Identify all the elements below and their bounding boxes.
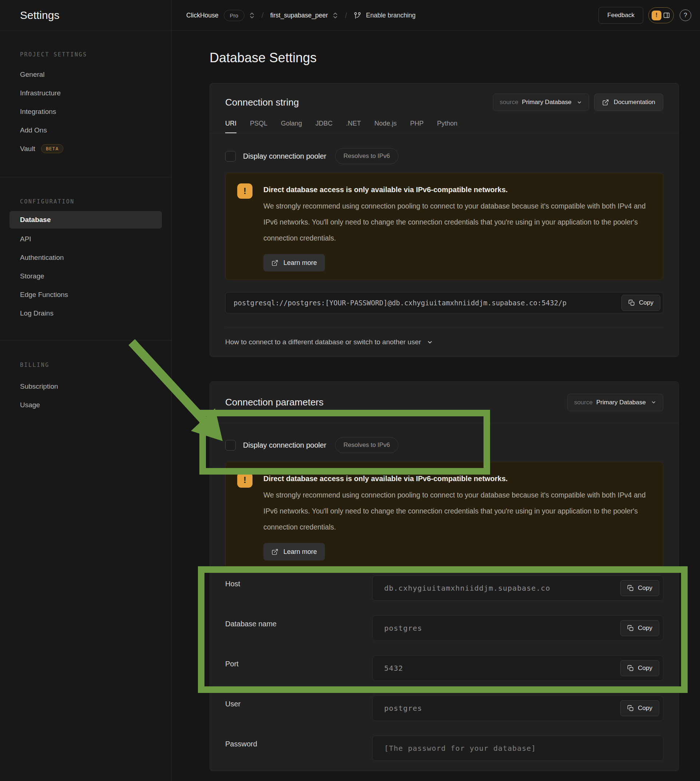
resolves-to-ipv6-badge: Resolves to IPv6: [335, 148, 398, 164]
external-link-icon: [272, 259, 278, 266]
warning-icon: !: [237, 184, 252, 199]
sidebar-item-storage[interactable]: Storage: [0, 267, 172, 285]
sidebar-item-database[interactable]: Database: [10, 211, 162, 229]
connection-parameters-card: Connection parameters source Primary Dat…: [210, 381, 679, 771]
breadcrumb-org[interactable]: ClickHouse: [186, 12, 219, 19]
connection-string-tabs: URI PSQL Golang JDBC .NET Node.js PHP Py…: [225, 120, 663, 133]
display-connection-pooler-checkbox[interactable]: [225, 151, 236, 162]
warning-title: Direct database access is only available…: [263, 471, 651, 486]
sidebar-item-general[interactable]: General: [0, 65, 172, 84]
panel-icon: [663, 11, 670, 19]
chevron-down-icon: [577, 100, 582, 105]
sidebar-item-integrations[interactable]: Integrations: [0, 102, 172, 121]
port-label: Port: [225, 656, 372, 681]
tab-python[interactable]: Python: [437, 120, 457, 133]
warning-title: Direct database access is only available…: [263, 182, 651, 197]
source-select[interactable]: source Primary Database: [567, 394, 663, 411]
param-row-port: Port 5432 Copy: [225, 656, 663, 681]
password-label: Password: [225, 736, 372, 761]
password-field[interactable]: [372, 736, 663, 761]
tab-dotnet[interactable]: .NET: [346, 120, 361, 133]
param-row-user: User postgres Copy: [225, 696, 663, 721]
warning-body: We strongly recommend using connection p…: [263, 487, 651, 535]
sidebar-title: Settings: [0, 0, 172, 31]
project-switcher-chevrons-icon[interactable]: [332, 12, 338, 19]
sidebar-item-subscription[interactable]: Subscription: [0, 377, 172, 396]
learn-more-button[interactable]: Learn more: [263, 254, 325, 272]
main-area: ClickHouse Pro / first_supabase_peer / E…: [172, 0, 700, 781]
user-value: postgres: [384, 704, 422, 713]
database-name-value: postgres: [384, 624, 422, 632]
app-root: Settings PROJECT SETTINGS General Infras…: [0, 0, 700, 781]
tab-jdbc[interactable]: JDBC: [315, 120, 333, 133]
sidebar-item-vault[interactable]: Vault BETA: [0, 139, 172, 158]
chevron-down-icon: [427, 339, 433, 345]
pooler-row: Display connection pooler Resolves to IP…: [225, 148, 663, 164]
sidebar-item-log-drains[interactable]: Log Drains: [0, 304, 172, 322]
top-bar: ClickHouse Pro / first_supabase_peer / E…: [172, 0, 700, 31]
ipv6-warning-banner: ! Direct database access is only availab…: [225, 173, 663, 280]
plan-badge: Pro: [224, 10, 245, 21]
tab-uri[interactable]: URI: [225, 120, 237, 133]
param-row-host: Host db.cxhygiuitamxhniiddjm.supabase.co…: [225, 576, 663, 601]
connection-string-header: Connection string source Primary Databas…: [210, 83, 678, 134]
resolves-to-ipv6-badge: Resolves to IPv6: [335, 437, 398, 453]
sidebar-item-infrastructure[interactable]: Infrastructure: [0, 84, 172, 102]
sidebar-item-usage[interactable]: Usage: [0, 396, 172, 414]
user-field[interactable]: postgres Copy: [372, 696, 663, 721]
copy-uri-button[interactable]: Copy: [622, 295, 660, 311]
database-name-label: Database name: [225, 616, 372, 641]
password-input[interactable]: [384, 744, 651, 753]
sidebar-item-edge-functions[interactable]: Edge Functions: [0, 285, 172, 304]
copy-icon: [628, 300, 635, 306]
breadcrumb-project[interactable]: first_supabase_peer: [270, 12, 328, 19]
git-branch-icon: [353, 12, 361, 19]
sidebar-item-add-ons[interactable]: Add Ons: [0, 121, 172, 139]
tab-php[interactable]: PHP: [410, 120, 423, 133]
enable-branching-button[interactable]: Enable branching: [353, 12, 415, 19]
param-row-password: Password: [225, 736, 663, 761]
documentation-button[interactable]: Documentation: [594, 93, 663, 111]
help-button[interactable]: ?: [680, 10, 691, 21]
sidebar-divider: [0, 340, 172, 340]
connect-help-expander[interactable]: How to connect to a different database o…: [210, 327, 678, 357]
beta-badge: BETA: [41, 144, 63, 153]
sidebar-nav: PROJECT SETTINGS General Infrastructure …: [0, 31, 172, 414]
feedback-button[interactable]: Feedback: [598, 7, 643, 23]
page-title: Database Settings: [210, 50, 679, 65]
breadcrumb-separator: /: [262, 11, 264, 20]
notifications-button[interactable]: !: [648, 7, 674, 23]
copy-icon: [627, 705, 634, 711]
connection-uri-value: postgresql://postgres:[YOUR-PASSWORD]@db…: [233, 299, 567, 307]
pooler-label: Display connection pooler: [243, 441, 327, 449]
sidebar-item-api[interactable]: API: [0, 230, 172, 248]
breadcrumb-separator: /: [345, 11, 347, 20]
content-area: Database Settings Connection string sour…: [172, 31, 700, 771]
warning-notification-icon: !: [652, 10, 662, 20]
sidebar: Settings PROJECT SETTINGS General Infras…: [0, 0, 172, 781]
section-label-project-settings: PROJECT SETTINGS: [20, 51, 172, 58]
connection-uri-field[interactable]: postgresql://postgres:[YOUR-PASSWORD]@db…: [225, 292, 663, 313]
warning-body: We strongly recommend using connection p…: [263, 198, 651, 246]
database-name-field[interactable]: postgres Copy: [372, 616, 663, 641]
copy-user-button[interactable]: Copy: [620, 700, 659, 716]
org-switcher-chevrons-icon[interactable]: [249, 12, 255, 19]
tab-nodejs[interactable]: Node.js: [374, 120, 397, 133]
tab-psql[interactable]: PSQL: [250, 120, 267, 133]
sidebar-item-authentication[interactable]: Authentication: [0, 248, 172, 267]
learn-more-button[interactable]: Learn more: [263, 543, 325, 561]
copy-icon: [627, 625, 634, 631]
copy-host-button[interactable]: Copy: [620, 580, 659, 596]
host-field[interactable]: db.cxhygiuitamxhniiddjm.supabase.co Copy: [372, 576, 663, 601]
source-select[interactable]: source Primary Database: [493, 93, 589, 111]
display-connection-pooler-checkbox[interactable]: [225, 440, 236, 451]
host-label: Host: [225, 576, 372, 601]
connection-parameter-list: Host db.cxhygiuitamxhniiddjm.supabase.co…: [225, 576, 663, 761]
copy-port-button[interactable]: Copy: [620, 660, 659, 676]
section-label-billing: BILLING: [20, 362, 172, 368]
copy-icon: [627, 585, 634, 591]
tab-golang[interactable]: Golang: [281, 120, 302, 133]
port-field[interactable]: 5432 Copy: [372, 656, 663, 681]
copy-database-name-button[interactable]: Copy: [620, 620, 659, 636]
port-value: 5432: [384, 664, 403, 673]
